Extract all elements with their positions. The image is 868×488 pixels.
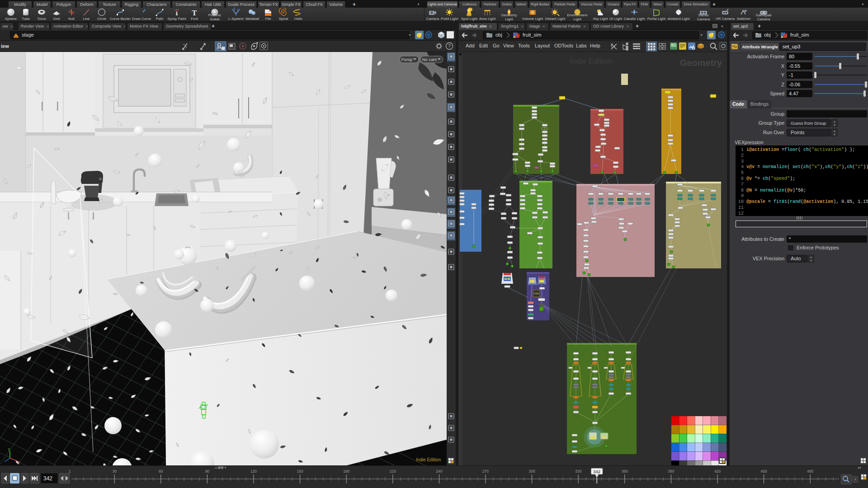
svg-text:342: 342	[593, 469, 600, 474]
svg-text:Indie Edition: Indie Edition	[570, 57, 612, 66]
svg-text:120: 120	[250, 469, 257, 474]
svg-text:240: 240	[436, 469, 442, 474]
svg-text:T: T	[192, 9, 197, 17]
svg-text:Persp: Persp	[401, 57, 413, 62]
svg-text:210: 210	[390, 469, 396, 474]
svg-text:30: 30	[112, 469, 117, 474]
svg-text:480: 480	[807, 469, 813, 474]
svg-text:330: 330	[575, 469, 581, 474]
svg-text:90: 90	[205, 469, 210, 474]
svg-text:360: 360	[622, 469, 628, 474]
svg-text:270: 270	[482, 469, 489, 474]
svg-text:450: 450	[760, 469, 767, 474]
svg-text:y: y	[8, 447, 10, 451]
svg-text:No cam: No cam	[422, 57, 437, 62]
svg-text:150: 150	[297, 469, 303, 474]
svg-text:1: 1	[69, 469, 71, 474]
svg-text:420: 420	[714, 469, 721, 474]
svg-text:x: x	[18, 460, 20, 464]
svg-text:Geometry: Geometry	[680, 58, 722, 68]
svg-text:60: 60	[159, 469, 163, 474]
svg-text:300: 300	[528, 469, 535, 474]
svg-text:390: 390	[668, 469, 674, 474]
svg-text:?: ?	[448, 44, 451, 49]
svg-text:Indie Edition: Indie Edition	[416, 457, 441, 462]
svg-text:180: 180	[343, 469, 349, 474]
